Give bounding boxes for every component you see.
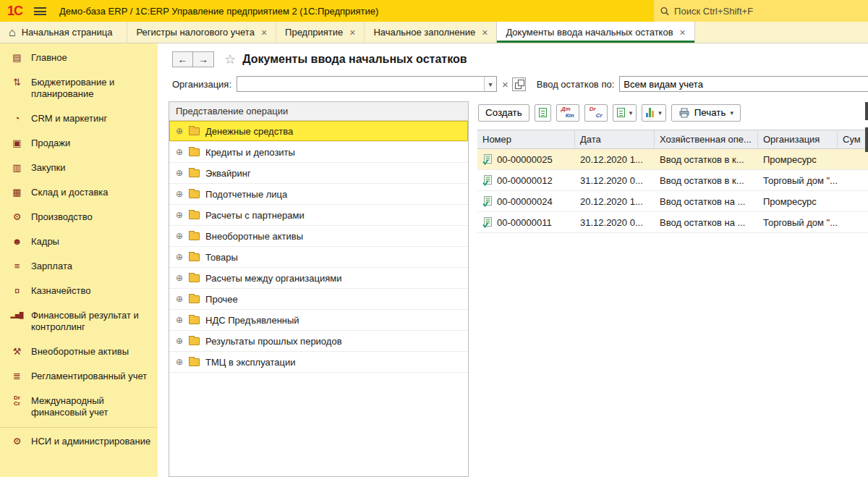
table-row[interactable]: 00-00000024 20.12.2020 1... Ввод остатко… [477,191,868,212]
sidebar-item-fixed-assets[interactable]: ⚒ Внеоборотные активы [0,339,158,364]
expand-icon[interactable]: ⊕ [176,190,183,198]
organization-combo[interactable]: ▾ [237,76,497,92]
tab-home[interactable]: ⌂ Начальная страница [0,22,127,43]
sidebar-item-ifrs[interactable]: Dr Cr Международный финансовый учет [0,389,158,425]
organization-clear-icon[interactable]: × [502,79,509,90]
sidebar-item-sales[interactable]: ▣ Продажи [0,131,158,156]
tree-item-cash[interactable]: ⊕ Денежные средства [169,121,468,142]
balances-by-input[interactable] [619,76,868,92]
tree-item-partner-settlements[interactable]: ⊕ Расчеты с партнерами [169,205,468,226]
expand-icon[interactable]: ⊕ [176,295,183,303]
tree-item-tmc-in-use[interactable]: ⊕ ТМЦ в эксплуатации [169,352,468,373]
expand-icon[interactable]: ⊕ [176,316,183,324]
sidebar-item-regulated-accounting[interactable]: ≣ Регламентированный учет [0,364,158,389]
show-postings-drcr-button[interactable]: Dr Cr [584,104,608,122]
documents-table: Номер Дата Хозяйственная опе... Организа… [477,130,868,233]
financial-result-icon: ▂▅█ [10,310,24,321]
tab-label: Регистры налогового учета [136,27,254,38]
tab-initial-filling[interactable]: Начальное заполнение × [364,22,496,43]
folder-icon [189,169,200,177]
cell-date: 20.12.2020 1... [575,149,655,169]
expand-icon[interactable]: ⊕ [176,253,183,261]
filter-row: Организация: ▾ × Ввод остатков по: [158,71,868,99]
expand-icon[interactable]: ⊕ [176,211,183,219]
tree-item-prior-period-results[interactable]: ⊕ Результаты прошлых периодов [169,331,468,352]
drcr-icon: Dr Cr [589,106,603,119]
column-organization[interactable]: Организация [758,130,838,149]
hamburger-menu-icon[interactable] [34,7,46,15]
organization-open-button[interactable] [512,77,526,91]
cell-operation: Ввод остатков на ... [655,212,758,232]
show-postings-dtkt-button[interactable]: Дт Кт [556,104,579,122]
global-search[interactable] [654,0,868,22]
sidebar-item-crm[interactable]: ◔ CRM и маркетинг [0,106,158,131]
expand-icon[interactable]: ⊕ [176,337,183,345]
sidebar-item-budgeting[interactable]: ⇅ Бюджетирование и планирование [0,70,158,106]
sidebar-item-label: Зарплата [31,261,72,272]
table-row[interactable]: 00-00000012 31.12.2020 0... Ввод остатко… [477,170,868,191]
column-number[interactable]: Номер [477,130,575,149]
tree-item-label: Расчеты между организациями [205,273,341,284]
sidebar-item-production[interactable]: ⚙ Производство [0,205,158,229]
tree-item-non-current-assets[interactable]: ⊕ Внеоборотные активы [169,226,468,247]
tab-enterprise[interactable]: Предприятие × [276,22,364,43]
print-button[interactable]: Печать ▾ [671,104,741,122]
table-row[interactable]: 00-00000011 31.12.2020 0... Ввод остатко… [477,212,868,233]
tree-item-other[interactable]: ⊕ Прочее [169,289,468,310]
operation-value: Ввод остатков в к... [660,175,744,186]
forward-button[interactable]: → [193,51,214,67]
tree-item-acquiring[interactable]: ⊕ Эквайринг [169,163,468,184]
tree-item-loans-deposits[interactable]: ⊕ Кредиты и депозиты [169,142,468,163]
tree-item-goods[interactable]: ⊕ Товары [169,247,468,268]
dt-label: Дт [561,106,571,112]
sidebar-item-financial-result[interactable]: ▂▅█ Финансовый результат и контроллинг [0,303,158,339]
expand-icon[interactable]: ⊕ [176,274,183,282]
table-row[interactable]: 00-00000025 20.12.2020 1... Ввод остатко… [477,149,868,170]
hr-icon: ☻ [10,236,24,247]
history-nav: ← → [172,51,214,67]
search-input[interactable] [674,6,861,17]
organization-dropdown-icon[interactable]: ▾ [484,77,496,91]
tab-tax-registers[interactable]: Регистры налогового учета × [127,22,276,43]
sidebar-item-main[interactable]: ▤ Главное [0,46,158,70]
tree-item-vat-presented[interactable]: ⊕ НДС Предъявленный [169,310,468,331]
sidebar-item-treasury[interactable]: ¤ Казначейство [0,279,158,303]
tree-item-accountable-persons[interactable]: ⊕ Подотчетные лица [169,184,468,205]
tab-close-icon[interactable]: × [482,28,488,38]
home-icon: ⌂ [9,27,16,38]
cell-organization: Торговый дом "... [758,212,838,232]
tab-close-icon[interactable]: × [349,28,355,38]
reports-menu-button[interactable]: ▾ [642,104,666,122]
tree-item-label: Результаты прошлых периодов [205,336,341,347]
column-date[interactable]: Дата [575,130,655,149]
column-operation[interactable]: Хозяйственная опе... [655,130,758,149]
kt-label: Кт [566,113,574,119]
tabbar: ⌂ Начальная страница Регистры налогового… [0,22,868,43]
expand-icon[interactable]: ⊕ [176,232,183,240]
column-sum[interactable]: Сум [838,130,868,149]
tab-close-icon[interactable]: × [261,28,267,38]
expand-icon[interactable]: ⊕ [176,358,183,366]
tree-item-intercompany[interactable]: ⊕ Расчеты между организациями [169,268,468,289]
favorite-star-icon[interactable]: ☆ [224,53,236,66]
sidebar-item-label: Продажи [31,138,70,149]
create-button[interactable]: Создать [478,104,529,122]
tab-opening-balance-documents[interactable]: Документы ввода начальных остатков × [496,22,694,43]
sidebar-item-master-data-admin[interactable]: ⚙ НСИ и администрирование [0,427,158,454]
operation-tree-panel: Представление операции ⊕ Денежные средст… [169,101,469,477]
sidebar-item-payroll[interactable]: ≡ Зарплата [0,254,158,279]
back-button[interactable]: ← [172,51,193,67]
tab-close-icon[interactable]: × [680,28,686,38]
organization-input[interactable] [237,77,484,91]
sidebar-item-warehouse[interactable]: ▦ Склад и доставка [0,180,158,205]
create-copy-button[interactable] [535,104,551,122]
sidebar-item-purchases[interactable]: ▥ Закупки [0,156,158,180]
sidebar-item-hr[interactable]: ☻ Кадры [0,229,158,254]
expand-icon[interactable]: ⊕ [176,127,183,135]
expand-icon[interactable]: ⊕ [176,148,183,156]
posting-menu-button[interactable]: ▾ [613,104,637,122]
cell-date: 20.12.2020 1... [575,191,655,211]
expand-icon[interactable]: ⊕ [176,169,183,177]
cell-operation: Ввод остатков в к... [655,170,758,190]
tree-item-label: Эквайринг [205,168,251,179]
